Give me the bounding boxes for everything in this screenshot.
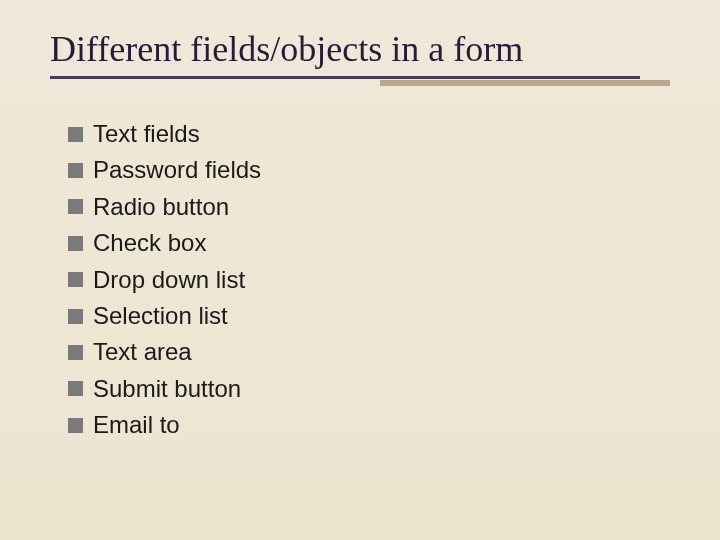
slide-title: Different fields/objects in a form xyxy=(50,28,670,70)
list-item-label: Selection list xyxy=(93,300,228,332)
list-item: Submit button xyxy=(68,373,670,405)
list-item: Selection list xyxy=(68,300,670,332)
square-bullet-icon xyxy=(68,127,83,142)
square-bullet-icon xyxy=(68,199,83,214)
slide: Different fields/objects in a form Text … xyxy=(0,0,720,540)
list-item-label: Drop down list xyxy=(93,264,245,296)
list-item: Radio button xyxy=(68,191,670,223)
square-bullet-icon xyxy=(68,309,83,324)
square-bullet-icon xyxy=(68,236,83,251)
bullet-list: Text fields Password fields Radio button… xyxy=(50,118,670,442)
square-bullet-icon xyxy=(68,418,83,433)
square-bullet-icon xyxy=(68,381,83,396)
list-item: Drop down list xyxy=(68,264,670,296)
underline-main xyxy=(50,76,640,79)
square-bullet-icon xyxy=(68,272,83,287)
underline-shadow xyxy=(380,80,670,86)
square-bullet-icon xyxy=(68,345,83,360)
square-bullet-icon xyxy=(68,163,83,178)
list-item-label: Submit button xyxy=(93,373,241,405)
title-underline xyxy=(50,76,670,84)
list-item: Check box xyxy=(68,227,670,259)
list-item: Password fields xyxy=(68,154,670,186)
list-item-label: Check box xyxy=(93,227,206,259)
list-item: Email to xyxy=(68,409,670,441)
list-item-label: Radio button xyxy=(93,191,229,223)
list-item-label: Text fields xyxy=(93,118,200,150)
list-item-label: Password fields xyxy=(93,154,261,186)
list-item-label: Email to xyxy=(93,409,180,441)
list-item: Text area xyxy=(68,336,670,368)
list-item-label: Text area xyxy=(93,336,192,368)
list-item: Text fields xyxy=(68,118,670,150)
